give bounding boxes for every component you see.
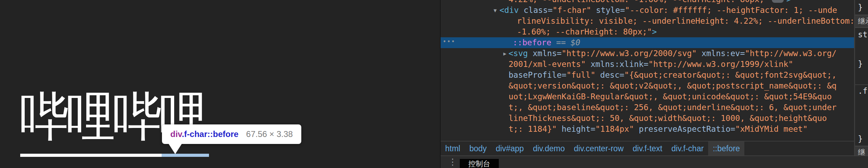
tooltip-selector-rest: .f-char::before — [182, 129, 239, 139]
dom-tree-row[interactable]: -1.60%; --charHeight: 80px;"> — [441, 26, 854, 37]
breadcrumb-item-div-demo[interactable]: div.demo — [528, 142, 569, 155]
code-segment: "http://www.w3.org/ — [745, 49, 837, 58]
code-segment: baseProfile= — [509, 70, 566, 79]
styles-section-divider — [855, 84, 868, 85]
drawer-bar: ⋮ 控制台 — [441, 155, 868, 168]
dom-tree-row[interactable]: ▼<div class="f-char" style="--color: #ff… — [441, 5, 854, 16]
breadcrumb-item-div-f-text[interactable]: div.f-text — [628, 142, 667, 155]
tooltip-tag-name: div — [170, 129, 182, 139]
inspect-tooltip-selector: div.f-char::before — [170, 129, 239, 139]
breadcrumb-item-body[interactable]: body — [465, 142, 491, 155]
code-segment: "{&quot;creator&quot;: &quot;font2svg&qu… — [624, 70, 836, 79]
dom-tree-row[interactable]: ▶<svg xmlns="http://www.w3.org/2000/svg"… — [441, 48, 854, 59]
dom-tree-row[interactable]: rlineVisibility: visible; --underlineHei… — [441, 16, 854, 26]
collapse-arrow-icon[interactable]: ▼ — [494, 5, 497, 16]
code-segment: t;: 1184}" — [509, 124, 561, 133]
code-segment: xmlns= — [528, 49, 561, 58]
breadcrumb-item--before[interactable]: ::before — [708, 142, 744, 155]
row-hover-menu-icon[interactable]: ••• — [443, 36, 456, 47]
code-segment: -1.60%; --charHeight: 80px;" — [517, 27, 652, 36]
code-segment: style= — [591, 6, 625, 15]
tooltip-dimensions: 67.56 × 3.38 — [246, 129, 293, 139]
code-segment: xmlns:xlink= — [586, 60, 649, 69]
code-segment: 2001/xml-events" — [509, 60, 586, 69]
screenshot-root: 哔哩哔哩 div.f-char::before 67.56 × 3.38 4.2… — [0, 0, 868, 168]
tab-console[interactable]: 控制台 — [460, 159, 499, 168]
dom-tree-row[interactable]: •••::before == $0 — [441, 37, 854, 48]
devtools-panel: 4.22%; --underlineBottom: -1.60%; --char… — [440, 0, 868, 168]
dom-tree-row[interactable]: t;: 1184}" height="1184px" preserveAspec… — [441, 124, 854, 135]
code-segment: <div — [499, 6, 519, 15]
styles-rail-selector[interactable]: .f- — [858, 86, 868, 96]
code-segment: "xMidYMid meet" — [735, 124, 808, 133]
dom-tree-row[interactable]: 2001/xml-events" xmlns:xlink="http://www… — [441, 59, 854, 70]
code-segment: &quot;version&quot;: &quot;v2&quot;, &qu… — [509, 81, 837, 90]
expand-arrow-icon[interactable]: ▶ — [503, 48, 506, 59]
code-segment: == — [551, 38, 571, 47]
adorner-badge[interactable] — [772, 0, 784, 3]
code-segment: ::before — [513, 38, 551, 47]
styles-rail-brace: } — [858, 3, 863, 12]
code-segment: "1184px" — [595, 124, 634, 133]
inspect-highlight-before — [162, 154, 209, 157]
breadcrumb-item-div-center-row[interactable]: div.center-row — [569, 142, 628, 155]
styles-rail-header[interactable]: 继承 — [855, 15, 868, 28]
styles-pane-clipped: }继承sty}.f-}继 — [854, 0, 868, 155]
code-segment: t;, &quot;baseline&quot;: 256, &quot;und… — [509, 103, 837, 112]
code-segment: "http://www.w3.org/1999/xlink" — [649, 60, 793, 69]
code-segment: uot;LxgwWenKaiGB-Regular&quot;, &quot;un… — [509, 92, 832, 101]
code-segment: "f-char" — [552, 6, 591, 15]
dom-tree-row[interactable]: uot;LxgwWenKaiGB-Regular&quot;, &quot;un… — [441, 91, 854, 102]
code-segment: > — [652, 27, 657, 36]
code-segment: "--color: #ffffff; --heightFactor: 1; --… — [625, 6, 837, 15]
dom-tree-row[interactable]: t;, &quot;baseline&quot;: 256, &quot;und… — [441, 102, 854, 113]
kebab-menu-icon[interactable]: ⋮ — [448, 157, 457, 167]
dom-tree-row[interactable]: lineThickness&quot;: 50, &quot;width&quo… — [441, 113, 854, 124]
inspect-tooltip-arrow — [168, 143, 182, 154]
code-segment: class= — [519, 6, 552, 15]
inspect-tooltip: div.f-char::before 67.56 × 3.38 — [162, 124, 301, 144]
code-segment: xmlns:ev= — [697, 49, 745, 58]
styles-rail-brace: } — [858, 134, 863, 143]
code-segment: "http://www.w3.org/2000/svg" — [561, 49, 697, 58]
dom-tree[interactable]: 4.22%; --underlineBottom: -1.60%; --char… — [441, 0, 854, 140]
code-segment: preserveAspectRatio= — [634, 124, 735, 133]
code-segment: 4.22%; --underlineBottom: -1.60%; --char… — [509, 0, 769, 4]
breadcrumb-item-div-app[interactable]: div#app — [491, 142, 528, 155]
styles-rail-brace: } — [858, 59, 863, 68]
styles-rail-header[interactable]: 继 — [855, 146, 868, 155]
dom-tree-row[interactable]: &quot;version&quot;: &quot;v2&quot;, &qu… — [441, 81, 854, 91]
styles-rail-code[interactable]: sty — [858, 30, 868, 39]
breadcrumb-item-div-f-char[interactable]: div.f-char — [667, 142, 708, 155]
dom-tree-row[interactable]: 4.22%; --underlineBottom: -1.60%; --char… — [441, 0, 854, 5]
code-segment: rlineVisibility: visible; --underlineHei… — [517, 16, 854, 25]
breadcrumb-item-html[interactable]: html — [441, 142, 465, 155]
inspected-page: 哔哩哔哩 div.f-char::before 67.56 × 3.38 — [0, 0, 440, 168]
code-segment: height= — [561, 124, 595, 133]
text-underline — [20, 154, 162, 157]
code-segment: lineThickness&quot;: 50, &quot;width&quo… — [509, 114, 827, 123]
code-segment: <svg — [509, 49, 528, 58]
code-segment: desc= — [595, 70, 624, 79]
dom-tree-row[interactable]: baseProfile="full" desc="{&quot;creator&… — [441, 70, 854, 81]
breadcrumb: htmlbodydiv#appdiv.demodiv.center-rowdiv… — [441, 141, 854, 155]
code-segment: > — [786, 0, 791, 4]
code-segment: $0 — [571, 38, 580, 47]
code-segment: "full" — [566, 70, 595, 79]
